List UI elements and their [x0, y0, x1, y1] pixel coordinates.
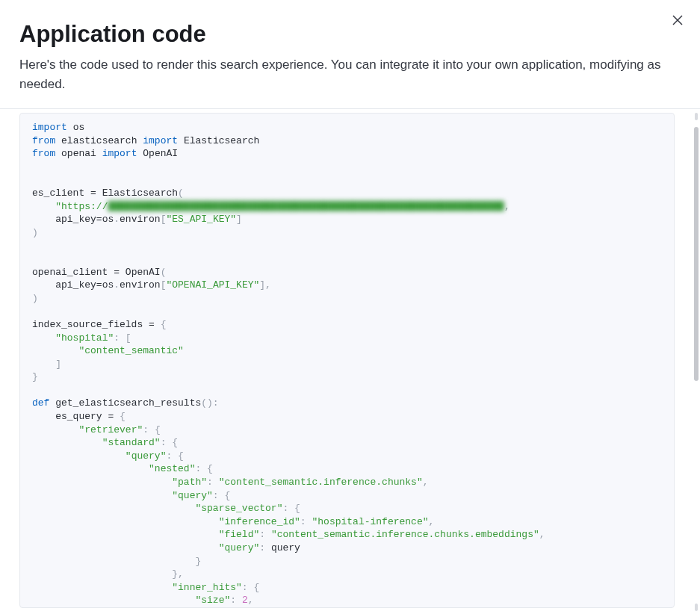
scrollbar-track-top: [695, 113, 698, 120]
close-button[interactable]: [669, 12, 687, 30]
modal-header: Application code Here's the code used to…: [0, 0, 700, 109]
code-content: import os from elasticsearch import Elas…: [20, 114, 674, 607]
page-subtitle: Here's the code used to render this sear…: [19, 55, 669, 93]
page-title: Application code: [19, 21, 681, 48]
scrollbar-track-bottom: [695, 604, 698, 611]
code-block[interactable]: import os from elasticsearch import Elas…: [19, 113, 675, 608]
scrollbar-thumb[interactable]: [694, 127, 699, 381]
close-icon: [672, 14, 684, 28]
